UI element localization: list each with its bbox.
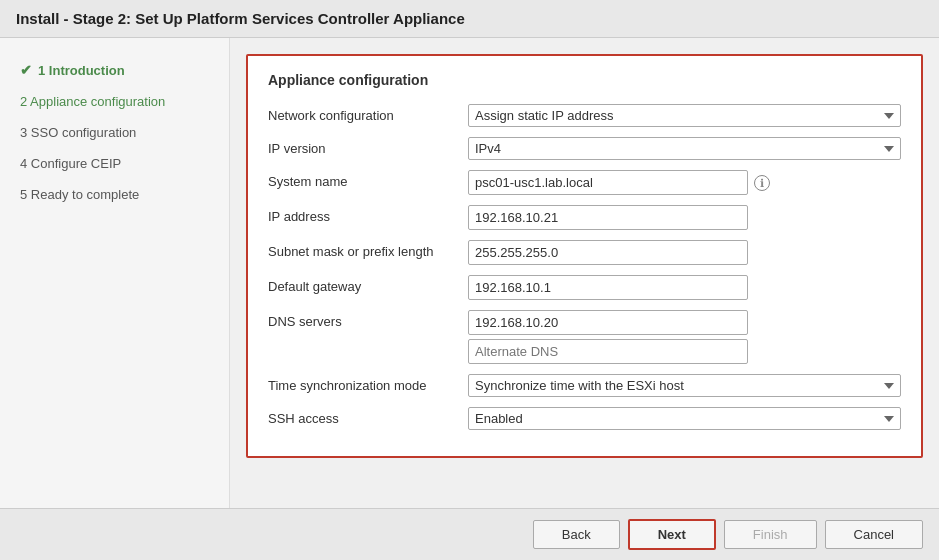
sidebar-item-ceip-label: 4 Configure CEIP bbox=[20, 156, 121, 171]
finish-button[interactable]: Finish bbox=[724, 520, 817, 549]
system-name-input-row: ℹ bbox=[468, 170, 901, 195]
cancel-button[interactable]: Cancel bbox=[825, 520, 923, 549]
sidebar-item-intro[interactable]: ✔ 1 Introduction bbox=[0, 54, 229, 86]
sidebar-item-ready-label: 5 Ready to complete bbox=[20, 187, 139, 202]
ip-version-label: IP version bbox=[268, 137, 468, 156]
gateway-row: Default gateway bbox=[268, 275, 901, 300]
sidebar: ✔ 1 Introduction 2 Appliance configurati… bbox=[0, 38, 230, 508]
info-icon[interactable]: ℹ bbox=[754, 175, 770, 191]
dns-alternate-input[interactable] bbox=[468, 339, 748, 364]
time-sync-label: Time synchronization mode bbox=[268, 374, 468, 393]
time-sync-controls: Synchronize time with the ESXi host Use … bbox=[468, 374, 901, 397]
gateway-controls bbox=[468, 275, 901, 300]
time-sync-row: Time synchronization mode Synchronize ti… bbox=[268, 374, 901, 397]
ip-version-row: IP version IPv4 IPv6 bbox=[268, 137, 901, 160]
content-area: Appliance configuration Network configur… bbox=[230, 38, 939, 508]
dns-controls bbox=[468, 310, 901, 364]
subnet-controls bbox=[468, 240, 901, 265]
network-config-label: Network configuration bbox=[268, 104, 468, 123]
system-name-input[interactable] bbox=[468, 170, 748, 195]
ip-address-label: IP address bbox=[268, 205, 468, 224]
network-config-row: Network configuration Assign static IP a… bbox=[268, 104, 901, 127]
window: Install - Stage 2: Set Up Platform Servi… bbox=[0, 0, 939, 560]
main-content: ✔ 1 Introduction 2 Appliance configurati… bbox=[0, 38, 939, 508]
sidebar-item-ceip[interactable]: 4 Configure CEIP bbox=[0, 148, 229, 179]
sidebar-item-appliance[interactable]: 2 Appliance configuration bbox=[0, 86, 229, 117]
subnet-input[interactable] bbox=[468, 240, 748, 265]
next-button[interactable]: Next bbox=[628, 519, 716, 550]
sidebar-item-appliance-label: 2 Appliance configuration bbox=[20, 94, 165, 109]
network-config-controls: Assign static IP address Use DHCP bbox=[468, 104, 901, 127]
ip-address-row: IP address bbox=[268, 205, 901, 230]
ip-address-controls bbox=[468, 205, 901, 230]
ssh-select[interactable]: Enabled Disabled bbox=[468, 407, 901, 430]
ip-address-input[interactable] bbox=[468, 205, 748, 230]
system-name-controls: ℹ bbox=[468, 170, 901, 195]
gateway-input[interactable] bbox=[468, 275, 748, 300]
time-sync-select[interactable]: Synchronize time with the ESXi host Use … bbox=[468, 374, 901, 397]
window-title: Install - Stage 2: Set Up Platform Servi… bbox=[16, 10, 465, 27]
system-name-label: System name bbox=[268, 170, 468, 189]
sidebar-item-intro-label: 1 Introduction bbox=[38, 63, 125, 78]
check-icon: ✔ bbox=[20, 62, 32, 78]
dns-primary-input[interactable] bbox=[468, 310, 748, 335]
ip-version-select[interactable]: IPv4 IPv6 bbox=[468, 137, 901, 160]
ssh-label: SSH access bbox=[268, 407, 468, 426]
sidebar-item-sso-label: 3 SSO configuration bbox=[20, 125, 136, 140]
subnet-row: Subnet mask or prefix length bbox=[268, 240, 901, 265]
sidebar-item-sso[interactable]: 3 SSO configuration bbox=[0, 117, 229, 148]
sidebar-item-ready[interactable]: 5 Ready to complete bbox=[0, 179, 229, 210]
title-bar: Install - Stage 2: Set Up Platform Servi… bbox=[0, 0, 939, 38]
form-panel: Appliance configuration Network configur… bbox=[246, 54, 923, 458]
dns-label: DNS servers bbox=[268, 310, 468, 329]
dns-row: DNS servers bbox=[268, 310, 901, 364]
panel-title: Appliance configuration bbox=[268, 72, 901, 88]
footer: Back Next Finish Cancel bbox=[0, 508, 939, 560]
back-button[interactable]: Back bbox=[533, 520, 620, 549]
ip-version-controls: IPv4 IPv6 bbox=[468, 137, 901, 160]
subnet-label: Subnet mask or prefix length bbox=[268, 240, 468, 259]
network-config-select[interactable]: Assign static IP address Use DHCP bbox=[468, 104, 901, 127]
ssh-row: SSH access Enabled Disabled bbox=[268, 407, 901, 430]
system-name-row: System name ℹ bbox=[268, 170, 901, 195]
gateway-label: Default gateway bbox=[268, 275, 468, 294]
ssh-controls: Enabled Disabled bbox=[468, 407, 901, 430]
